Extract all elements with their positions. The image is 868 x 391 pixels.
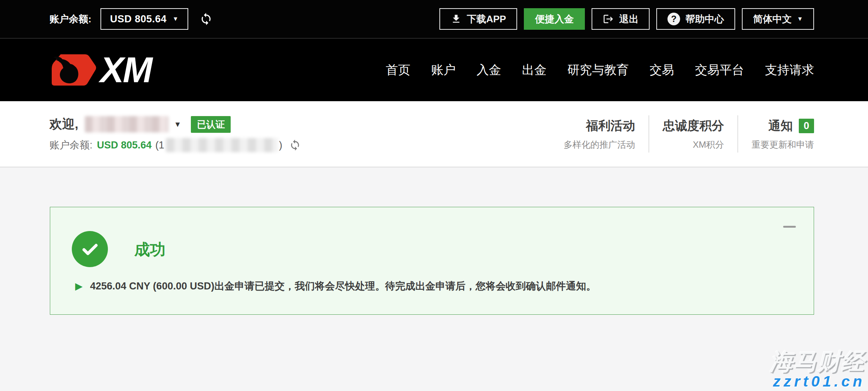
widget-promotions[interactable]: 福利活动 多样化的推广活动 bbox=[564, 118, 635, 151]
notifications-count-badge: 0 bbox=[799, 119, 814, 133]
redacted-account-number bbox=[166, 138, 278, 152]
widget-notifications-subtitle: 重要更新和申请 bbox=[752, 139, 814, 151]
nav-item-account[interactable]: 账户 bbox=[431, 62, 456, 78]
watermark: 海马财经 zzrt01.cn bbox=[770, 349, 865, 390]
nav-item-deposit[interactable]: 入金 bbox=[477, 62, 501, 78]
nav-item-withdraw[interactable]: 出金 bbox=[522, 62, 547, 78]
refresh-icon bbox=[199, 12, 213, 26]
widget-notifications-title: 通知 0 bbox=[768, 118, 814, 134]
bullet-triangle-icon: ▶ bbox=[75, 281, 83, 291]
refresh-balance-button[interactable] bbox=[199, 12, 213, 26]
top-utility-bar: 账户余额: USD 805.64 ▼ 下载APP 便捷入金 bbox=[0, 0, 868, 39]
user-menu-caret-icon[interactable]: ▼ bbox=[174, 120, 181, 129]
widget-divider bbox=[737, 115, 738, 153]
balance-label: 账户余额: bbox=[49, 13, 92, 26]
logout-icon bbox=[603, 13, 614, 25]
verified-status-badge: 已认证 bbox=[191, 116, 231, 133]
quick-deposit-button[interactable]: 便捷入金 bbox=[524, 8, 585, 30]
chevron-down-icon: ▼ bbox=[173, 16, 179, 22]
success-message-text: 4256.04 CNY (600.00 USD)出金申请已提交，我们将会尽快处理… bbox=[90, 279, 596, 293]
balance-dropdown-value: USD 805.64 bbox=[110, 13, 167, 25]
success-alert-box: 成功 ▶ 4256.04 CNY (600.00 USD)出金申请已提交，我们将… bbox=[50, 207, 814, 315]
welcome-user-block: 欢迎, ▼ 已认证 账户余额: USD 805.64 (1 ) bbox=[49, 116, 301, 152]
nav-item-research[interactable]: 研究与教育 bbox=[567, 62, 629, 78]
account-balance-line: 账户余额: USD 805.64 (1 ) bbox=[49, 138, 301, 152]
download-app-button[interactable]: 下载APP bbox=[439, 8, 517, 30]
success-check-circle bbox=[72, 231, 108, 267]
download-icon bbox=[451, 13, 462, 25]
bull-logo-icon bbox=[49, 53, 98, 87]
account-balance-label: 账户余额: bbox=[49, 138, 93, 152]
nav-item-platforms[interactable]: 交易平台 bbox=[695, 62, 744, 78]
refresh-account-button[interactable] bbox=[289, 139, 301, 151]
notifications-title-text: 通知 bbox=[768, 118, 793, 134]
main-navbar: XM 首页 账户 入金 出金 研究与教育 交易 交易平台 支持请求 bbox=[0, 39, 868, 101]
nav-menu: 首页 账户 入金 出金 研究与教育 交易 交易平台 支持请求 bbox=[386, 62, 814, 78]
checkmark-icon bbox=[80, 239, 100, 260]
account-number-prefix: (1 bbox=[156, 140, 164, 151]
logout-label: 退出 bbox=[619, 13, 638, 26]
nav-item-home[interactable]: 首页 bbox=[386, 62, 410, 78]
topbar-actions: 下载APP 便捷入金 退出 ? 帮助中心 简体中文 ▼ bbox=[439, 8, 814, 30]
nav-item-trading[interactable]: 交易 bbox=[650, 62, 674, 78]
widget-loyalty[interactable]: 忠诚度积分 XM积分 bbox=[663, 118, 724, 151]
nav-item-support[interactable]: 支持请求 bbox=[765, 62, 814, 78]
language-label: 简体中文 bbox=[753, 13, 792, 26]
help-center-button[interactable]: ? 帮助中心 bbox=[656, 8, 735, 30]
success-message-row: ▶ 4256.04 CNY (600.00 USD)出金申请已提交，我们将会尽快… bbox=[75, 279, 596, 293]
welcome-widgets: 福利活动 多样化的推广活动 忠诚度积分 XM积分 通知 0 重要更新和申请 bbox=[564, 115, 814, 153]
widget-notifications[interactable]: 通知 0 重要更新和申请 bbox=[752, 118, 814, 151]
welcome-strip: 欢迎, ▼ 已认证 账户余额: USD 805.64 (1 ) 福利活 bbox=[0, 101, 868, 167]
redacted-username bbox=[85, 116, 169, 132]
brand-text: XM bbox=[100, 52, 151, 88]
watermark-url-text: zzrt01.cn bbox=[770, 374, 865, 390]
watermark-brand-text: 海马财经 bbox=[770, 349, 865, 374]
collapse-icon[interactable] bbox=[783, 226, 796, 228]
widget-loyalty-title: 忠诚度积分 bbox=[663, 118, 724, 134]
main-content: 成功 ▶ 4256.04 CNY (600.00 USD)出金申请已提交，我们将… bbox=[0, 167, 868, 391]
success-title: 成功 bbox=[134, 239, 166, 260]
help-center-label: 帮助中心 bbox=[685, 13, 724, 26]
widget-divider bbox=[648, 115, 649, 153]
refresh-icon bbox=[289, 139, 301, 151]
widget-promotions-subtitle: 多样化的推广活动 bbox=[564, 139, 635, 151]
account-balance-value: USD 805.64 bbox=[97, 140, 152, 151]
xm-logo[interactable]: XM bbox=[49, 52, 151, 88]
logout-button[interactable]: 退出 bbox=[592, 8, 650, 30]
widget-promotions-title: 福利活动 bbox=[586, 118, 635, 134]
topbar-balance-group: 账户余额: USD 805.64 ▼ bbox=[49, 8, 213, 30]
welcome-line: 欢迎, ▼ 已认证 bbox=[49, 116, 301, 133]
chevron-down-icon: ▼ bbox=[797, 16, 803, 22]
greeting-text: 欢迎, bbox=[49, 116, 78, 133]
account-number-suffix: ) bbox=[279, 140, 282, 151]
quick-deposit-label: 便捷入金 bbox=[535, 13, 574, 26]
balance-currency-dropdown[interactable]: USD 805.64 ▼ bbox=[100, 8, 188, 30]
help-icon: ? bbox=[667, 13, 680, 25]
widget-loyalty-subtitle: XM积分 bbox=[693, 139, 724, 151]
download-app-label: 下载APP bbox=[467, 13, 506, 26]
language-dropdown[interactable]: 简体中文 ▼ bbox=[742, 8, 814, 30]
page: 账户余额: USD 805.64 ▼ 下载APP 便捷入金 bbox=[0, 0, 868, 391]
